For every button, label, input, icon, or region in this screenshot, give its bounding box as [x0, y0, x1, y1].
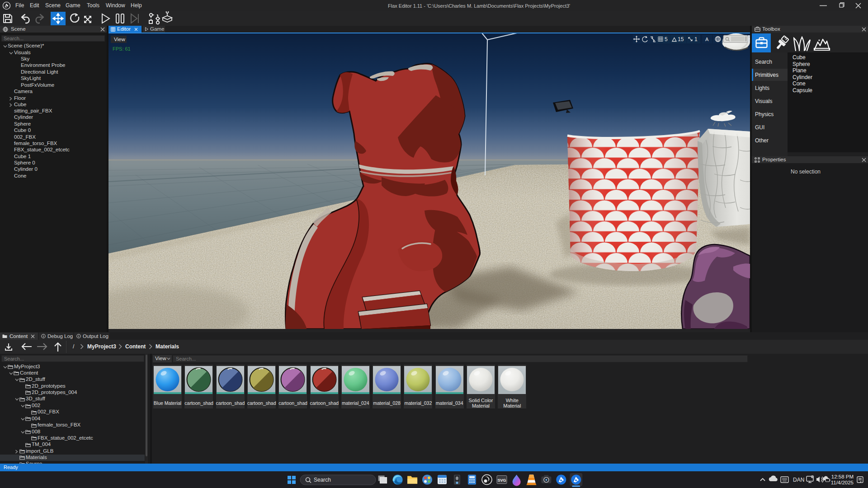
svg-text:Search: Search: [314, 477, 331, 483]
svg-text:12:58 PM: 12:58 PM: [831, 474, 854, 479]
svg-text:A: A: [705, 37, 709, 42]
svg-text:View: View: [114, 37, 125, 42]
svg-text:1: 1: [694, 36, 698, 42]
svg-text:DAN: DAN: [793, 477, 804, 483]
svg-text:11/4/2025: 11/4/2025: [831, 480, 854, 485]
svg-text:SVG: SVG: [497, 478, 506, 483]
svg-text:15: 15: [678, 36, 684, 42]
svg-text:FPS: 61: FPS: 61: [113, 46, 131, 52]
svg-text:5: 5: [665, 36, 668, 42]
